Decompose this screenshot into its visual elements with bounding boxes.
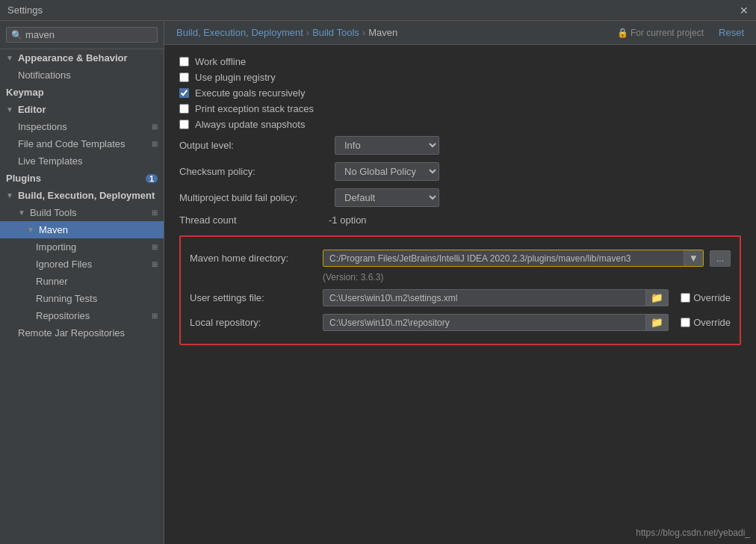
sidebar-item-build-tools[interactable]: ▼ Build Tools ⊞ (0, 204, 164, 221)
sidebar-item-inspections[interactable]: Inspections ⊞ (0, 118, 164, 135)
work-offline-label[interactable]: Work offline (195, 56, 246, 67)
thread-count-label: Thread count (179, 214, 329, 226)
breadcrumb-build-execution-deployment[interactable]: Build, Execution, Deployment (176, 27, 303, 38)
for-current-project: 🔒 For current project (617, 28, 704, 38)
expand-icon: ▼ (27, 226, 34, 234)
reset-button[interactable]: Reset (719, 27, 744, 38)
sidebar-item-appearance-behavior[interactable]: ▼ Appearance & Behavior (0, 49, 164, 67)
checksum-policy-dropdown[interactable]: No Global Policy Fail Warn Ignore (335, 162, 439, 181)
output-level-dropdown[interactable]: Info Debug Warning Error (335, 136, 439, 155)
sidebar-item-label: Ignored Files (36, 259, 92, 270)
multiproject-build-fail-policy-dropdown[interactable]: Default Fail Fast Fail at End Never Fail (335, 188, 439, 207)
checkbox-always-update-snapshots-row: Always update snapshots (179, 117, 741, 132)
sidebar-item-label: Inspections (18, 121, 67, 132)
output-level-row: Output level: Info Debug Warning Error (179, 132, 741, 158)
sidebar-item-label: Live Templates (18, 155, 82, 167)
user-settings-override-wrapper: Override (681, 292, 731, 303)
expand-icon: ▼ (6, 191, 13, 200)
content-scroll: Work offline Use plugin registry Execute… (164, 45, 756, 544)
sidebar-item-label: Build Tools (30, 207, 77, 218)
sidebar-item-maven[interactable]: ▼ Maven (0, 221, 164, 238)
checkbox-work-offline-row: Work offline (179, 54, 741, 69)
sidebar-item-label: Notifications (18, 69, 71, 81)
print-exception-checkbox[interactable] (179, 104, 189, 114)
local-repository-browse-button[interactable]: 📁 (645, 315, 668, 330)
plugin-icon: ⊞ (152, 123, 158, 131)
sidebar-item-repositories[interactable]: Repositories ⊞ (0, 307, 164, 324)
user-settings-file-input[interactable] (323, 291, 645, 306)
maven-home-directory-input[interactable] (323, 251, 684, 266)
sidebar-item-label: Repositories (36, 310, 90, 321)
sidebar-item-ignored-files[interactable]: Ignored Files ⊞ (0, 256, 164, 273)
execute-goals-recursively-checkbox[interactable] (179, 88, 189, 98)
sidebar-item-plugins[interactable]: Plugins 1 (0, 170, 164, 187)
always-update-snapshots-label[interactable]: Always update snapshots (195, 119, 305, 130)
expand-icon: ▼ (18, 208, 25, 217)
execute-goals-recursively-label[interactable]: Execute goals recursively (195, 87, 305, 99)
sidebar-item-label: Keymap (6, 87, 44, 98)
content-area: Build, Execution, Deployment › Build Too… (164, 21, 756, 544)
print-exception-label[interactable]: Print exception stack traces (195, 103, 314, 114)
sidebar-item-runner[interactable]: Runner (0, 273, 164, 290)
maven-home-browse-button[interactable]: ... (710, 250, 731, 267)
checkbox-execute-goals-recursively-row: Execute goals recursively (179, 85, 741, 101)
sidebar-item-importing[interactable]: Importing ⊞ (0, 238, 164, 256)
use-plugin-registry-label[interactable]: Use plugin registry (195, 72, 276, 83)
multiproject-build-fail-policy-label: Multiproject build fail policy: (179, 192, 329, 203)
work-offline-checkbox[interactable] (179, 57, 189, 67)
checksum-policy-label: Checksum policy: (179, 166, 329, 177)
user-settings-browse-button[interactable]: 📁 (645, 290, 668, 306)
maven-home-input-wrapper: ▼ (323, 250, 704, 267)
user-settings-override-checkbox[interactable] (681, 293, 690, 303)
expand-icon: ▼ (6, 54, 13, 62)
sidebar-item-label: Running Tests (36, 293, 97, 304)
use-plugin-registry-checkbox[interactable] (179, 72, 189, 82)
thread-count-value: -1 option (329, 214, 367, 226)
sidebar-item-build-execution-deployment[interactable]: ▼ Build, Execution, Deployment (0, 187, 164, 204)
sidebar: 🔍 ▼ Appearance & Behavior Notifications … (0, 21, 164, 544)
plugin-icon: ⊞ (152, 208, 158, 217)
local-repository-override-label[interactable]: Override (693, 317, 731, 328)
local-repository-override-checkbox[interactable] (681, 318, 690, 327)
user-settings-file-row: User settings file: 📁 Override (190, 285, 731, 310)
sidebar-item-editor[interactable]: ▼ Editor (0, 101, 164, 118)
user-settings-override-label[interactable]: Override (693, 292, 731, 303)
maven-version-text: (Version: 3.6.3) (190, 271, 731, 285)
breadcrumb-build-tools[interactable]: Build Tools (312, 27, 359, 38)
plugin-icon: ⊞ (152, 243, 158, 251)
title-bar: Settings ✕ (0, 0, 756, 21)
sidebar-item-label: Appearance & Behavior (18, 52, 128, 64)
maven-home-directory-row: Maven home directory: ▼ ... (190, 246, 731, 271)
highlighted-section: Maven home directory: ▼ ... (Version: 3.… (179, 235, 741, 345)
plugin-icon: ⊞ (152, 140, 158, 148)
sidebar-item-running-tests[interactable]: Running Tests (0, 290, 164, 307)
local-repository-override-wrapper: Override (681, 317, 731, 328)
search-box: 🔍 (0, 21, 164, 49)
multiproject-build-fail-policy-row: Multiproject build fail policy: Default … (179, 185, 741, 211)
expand-icon: ▼ (6, 105, 13, 114)
sidebar-item-keymap[interactable]: Keymap (0, 84, 164, 101)
sidebar-item-label: Importing (36, 241, 76, 253)
breadcrumb-sep-2: › (362, 27, 365, 38)
sidebar-item-label: Build, Execution, Deployment (18, 190, 155, 201)
local-repository-row: Local repository: 📁 Override (190, 310, 731, 335)
user-settings-input-wrapper: 📁 (323, 289, 669, 306)
local-repository-input-wrapper: 📁 (323, 314, 669, 331)
search-icon: 🔍 (11, 30, 22, 40)
sidebar-item-notifications[interactable]: Notifications (0, 67, 164, 84)
sidebar-item-label: Remote Jar Repositories (18, 327, 125, 339)
for-current-project-text: 🔒 For current project (617, 28, 704, 38)
output-level-label: Output level: (179, 140, 329, 151)
plugins-badge: 1 (146, 174, 158, 183)
maven-home-directory-label: Maven home directory: (190, 253, 317, 264)
close-button[interactable]: ✕ (740, 4, 749, 16)
local-repository-input[interactable] (323, 315, 645, 330)
sidebar-item-remote-jar-repositories[interactable]: Remote Jar Repositories (0, 324, 164, 341)
search-input[interactable] (25, 29, 152, 40)
local-repository-label: Local repository: (190, 317, 317, 328)
plugin-icon: ⊞ (152, 260, 158, 268)
always-update-snapshots-checkbox[interactable] (179, 120, 189, 129)
sidebar-item-file-code-templates[interactable]: File and Code Templates ⊞ (0, 135, 164, 152)
maven-home-dropdown-button[interactable]: ▼ (684, 250, 703, 266)
sidebar-item-live-templates[interactable]: Live Templates (0, 152, 164, 170)
